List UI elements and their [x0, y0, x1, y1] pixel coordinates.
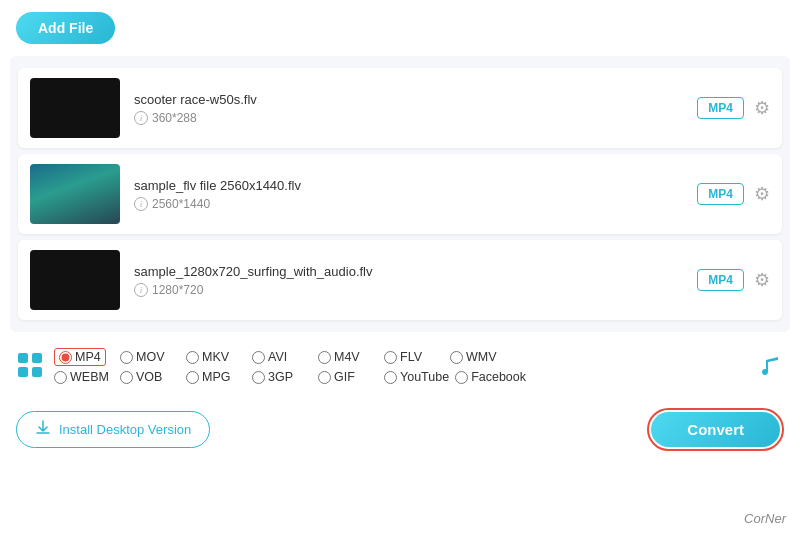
file-resolution: i 2560*1440 [134, 197, 697, 211]
format-label: VOB [136, 370, 162, 384]
file-thumbnail [30, 78, 120, 138]
format-label: MOV [136, 350, 164, 364]
format-label: GIF [334, 370, 355, 384]
format-label: WMV [466, 350, 497, 364]
format-option-flv[interactable]: FLV [384, 350, 444, 364]
bottom-bar: MP4MOVMKVAVIM4VFLVWMVWEBMVOBMPG3GPGIFYou… [0, 338, 800, 398]
info-icon: i [134, 283, 148, 297]
format-option-mpg[interactable]: MPG [186, 370, 246, 384]
file-resolution: i 360*288 [134, 111, 697, 125]
svg-rect-3 [32, 367, 42, 377]
format-badge[interactable]: MP4 [697, 97, 744, 119]
file-actions: MP4 ⚙ [697, 183, 770, 205]
format-badge[interactable]: MP4 [697, 183, 744, 205]
action-bar: Install Desktop Version Convert [0, 398, 800, 461]
format-option-youtube[interactable]: YouTube [384, 370, 449, 384]
format-option-3gp[interactable]: 3GP [252, 370, 312, 384]
convert-button[interactable]: Convert [651, 412, 780, 447]
file-resolution: i 1280*720 [134, 283, 697, 297]
format-badge[interactable]: MP4 [697, 269, 744, 291]
file-item: sample_1280x720_surfing_with_audio.flv i… [18, 240, 782, 320]
watermark: CorNer [744, 511, 786, 526]
file-info: sample_flv file 2560x1440.flv i 2560*144… [120, 178, 697, 211]
format-label: AVI [268, 350, 287, 364]
top-bar: Add File [0, 0, 800, 56]
svg-rect-1 [32, 353, 42, 363]
svg-rect-0 [18, 353, 28, 363]
format-option-wmv[interactable]: WMV [450, 350, 510, 364]
selected-format-wrapper: MP4 [54, 348, 106, 366]
format-label: M4V [334, 350, 360, 364]
format-options: MP4MOVMKVAVIM4VFLVWMVWEBMVOBMPG3GPGIFYou… [54, 348, 748, 388]
file-actions: MP4 ⚙ [697, 97, 770, 119]
format-label: MP4 [75, 350, 101, 364]
format-label: FLV [400, 350, 422, 364]
format-option-vob[interactable]: VOB [120, 370, 180, 384]
format-option-mov[interactable]: MOV [120, 350, 180, 364]
file-item: scooter race-w50s.flv i 360*288 MP4 ⚙ [18, 68, 782, 148]
info-icon: i [134, 111, 148, 125]
format-label: Facebook [471, 370, 526, 384]
format-label: MKV [202, 350, 229, 364]
convert-btn-wrapper: Convert [647, 408, 784, 451]
file-info: sample_1280x720_surfing_with_audio.flv i… [120, 264, 697, 297]
format-option-avi[interactable]: AVI [252, 350, 312, 364]
install-desktop-button[interactable]: Install Desktop Version [16, 411, 210, 448]
file-thumbnail [30, 250, 120, 310]
gear-icon[interactable]: ⚙ [754, 269, 770, 291]
file-info: scooter race-w50s.flv i 360*288 [120, 92, 697, 125]
download-icon [35, 420, 51, 439]
info-icon: i [134, 197, 148, 211]
add-file-button[interactable]: Add File [16, 12, 115, 44]
format-option-mkv[interactable]: MKV [186, 350, 246, 364]
music-icon[interactable] [758, 352, 784, 384]
file-name: sample_flv file 2560x1440.flv [134, 178, 697, 193]
format-option-facebook[interactable]: Facebook [455, 370, 526, 384]
file-item: sample_flv file 2560x1440.flv i 2560*144… [18, 154, 782, 234]
file-name: sample_1280x720_surfing_with_audio.flv [134, 264, 697, 279]
gear-icon[interactable]: ⚙ [754, 183, 770, 205]
grid-icon[interactable] [16, 351, 44, 386]
svg-rect-2 [18, 367, 28, 377]
format-label: MPG [202, 370, 230, 384]
format-label: WEBM [70, 370, 109, 384]
format-row-1: MP4MOVMKVAVIM4VFLVWMV [54, 348, 748, 366]
file-list: scooter race-w50s.flv i 360*288 MP4 ⚙ sa… [10, 56, 790, 332]
file-thumbnail [30, 164, 120, 224]
format-option-webm[interactable]: WEBM [54, 370, 114, 384]
file-name: scooter race-w50s.flv [134, 92, 697, 107]
format-option-gif[interactable]: GIF [318, 370, 378, 384]
format-option-m4v[interactable]: M4V [318, 350, 378, 364]
file-actions: MP4 ⚙ [697, 269, 770, 291]
format-option-mp4[interactable]: MP4 [54, 348, 114, 366]
format-label: YouTube [400, 370, 449, 384]
format-row-2: WEBMVOBMPG3GPGIFYouTubeFacebook [54, 370, 748, 384]
install-label: Install Desktop Version [59, 422, 191, 437]
format-label: 3GP [268, 370, 293, 384]
gear-icon[interactable]: ⚙ [754, 97, 770, 119]
